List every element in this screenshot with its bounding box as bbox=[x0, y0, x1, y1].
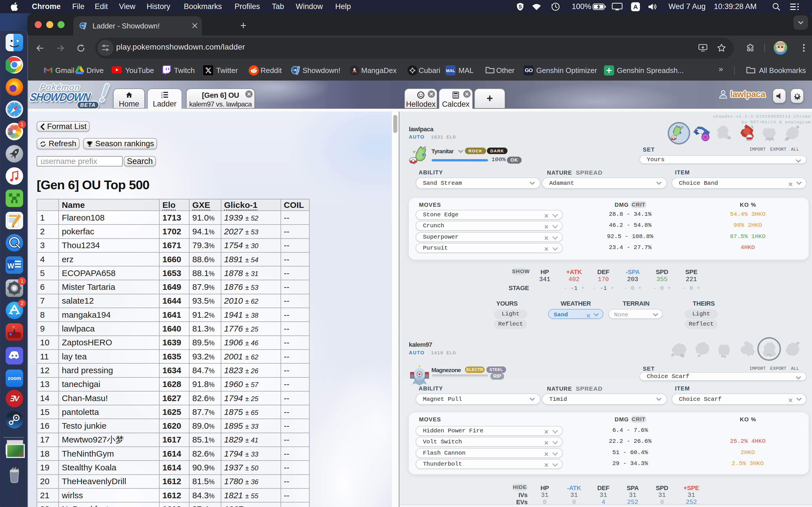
svg-text:A: A bbox=[633, 3, 638, 10]
svg-text:S: S bbox=[518, 4, 522, 10]
svg-text:3: 3 bbox=[161, 96, 163, 99]
svg-text:W: W bbox=[8, 262, 14, 270]
